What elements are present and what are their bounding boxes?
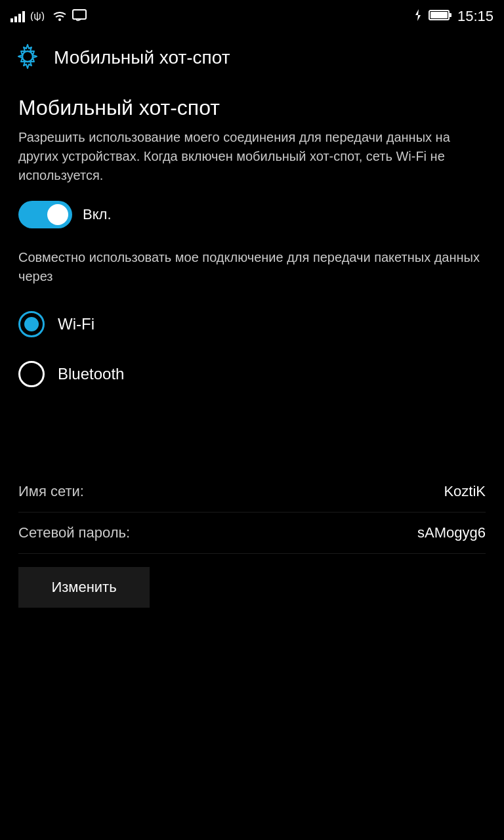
battery-icon [429,9,452,24]
connection-type-radio-group: Wi-Fi Bluetooth [18,299,486,399]
hotspot-toggle-row: Вкл. [18,201,486,228]
svg-rect-4 [430,12,448,18]
network-name-label: Имя сети: [18,483,84,500]
main-content: Мобильный хот-спот Разрешить использован… [0,83,504,621]
radio-label-wifi: Wi-Fi [58,315,94,333]
wifi-icon [52,9,67,24]
network-name-row: Имя сети: KoztiK [18,471,486,513]
svg-text:(ψ): (ψ) [30,10,45,21]
divider [18,425,486,445]
signal-icon [10,10,25,22]
charging-icon [413,9,423,24]
network-name-value: KoztiK [444,483,486,500]
hotspot-toggle[interactable] [18,201,72,228]
network-icon: (ψ) [30,9,47,24]
svg-rect-2 [73,10,86,19]
svg-point-1 [58,18,61,21]
svg-rect-5 [449,13,452,17]
toggle-label: Вкл. [83,206,112,223]
message-icon [72,9,87,24]
password-value: sAMogyg6 [417,524,486,541]
radio-circle-bluetooth [18,361,45,387]
status-bar-left: (ψ) [10,9,87,24]
header-title: Мобильный хот-спот [54,47,230,68]
status-bar: (ψ) [0,0,504,33]
page-header: Мобильный хот-спот [0,33,504,83]
network-info-section: Имя сети: KoztiK Сетевой пароль: sAMogyg… [18,471,486,554]
password-row: Сетевой пароль: sAMogyg6 [18,513,486,554]
section-title: Мобильный хот-спот [18,96,486,120]
radio-item-wifi[interactable]: Wi-Fi [18,299,486,349]
gear-icon [13,42,42,74]
toggle-thumb [47,204,68,225]
svg-point-6 [22,51,33,62]
radio-label-bluetooth: Bluetooth [58,365,124,383]
edit-button[interactable]: Изменить [18,567,150,608]
radio-circle-wifi [18,311,45,337]
radio-inner-wifi [24,317,39,331]
time-display: 15:15 [457,8,494,25]
radio-item-bluetooth[interactable]: Bluetooth [18,349,486,399]
share-description: Совместно использовать мое подключение д… [18,248,486,286]
password-label: Сетевой пароль: [18,524,130,541]
status-bar-right: 15:15 [413,8,494,25]
section-description: Разрешить использование моего соединения… [18,128,486,185]
